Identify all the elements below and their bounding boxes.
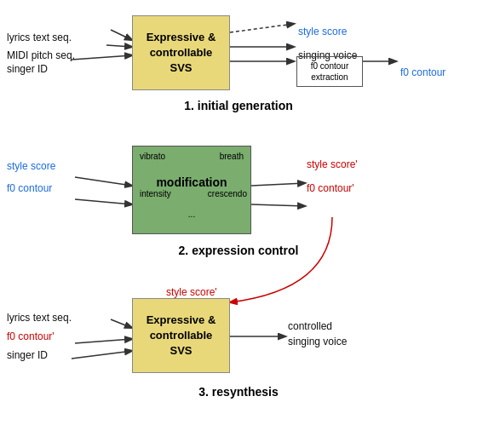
s1-title: 1. initial generation — [0, 99, 477, 112]
s3-input-lyrics: lyrics text seq. — [7, 310, 72, 325]
s2-tag-breath: breath — [220, 152, 244, 161]
s2-tag-intensity: intensity — [140, 189, 171, 198]
s2-tag-vibrato: vibrato — [140, 152, 165, 161]
s3-main-box: Expressive &controllableSVS — [132, 298, 230, 373]
s2-output-f0-contour-prime: f0 contour' — [307, 181, 354, 196]
section2: style score f0 contour vibrato breath in… — [0, 143, 477, 275]
section1: lyrics text seq. MIDI pitch seq. singer … — [0, 9, 477, 128]
s2-input-style-score: style score — [7, 158, 55, 174]
s2-title: 2. expression control — [0, 244, 477, 257]
s2-mod-box: vibrato breath intensity crescendo ... m… — [132, 146, 251, 234]
s1-output-f0-contour: f0 contour — [400, 65, 445, 80]
s3-output-controlled-voice: controlledsinging voice — [288, 319, 347, 349]
section3: style score' lyrics text seq. f0 contour… — [0, 283, 477, 436]
s3-title: 3. resynthesis — [0, 385, 477, 399]
diagram: lyrics text seq. MIDI pitch seq. singer … — [0, 0, 477, 448]
s1-extraction-box: f0 contour extraction — [296, 56, 363, 87]
s2-tag-ellipsis: ... — [188, 210, 195, 219]
s2-output-style-score-prime: style score' — [307, 157, 358, 172]
s1-output-style-score: style score — [298, 24, 347, 39]
s1-main-box: Expressive &controllableSVS — [132, 15, 230, 90]
s2-input-f0-contour: f0 contour — [7, 181, 52, 196]
s3-input-singer: singer ID — [7, 347, 48, 363]
s1-input-singer: singer ID — [7, 61, 48, 77]
s2-tag-crescendo: crescendo — [208, 189, 247, 198]
s3-input-f0-contour-prime: f0 contour' — [7, 329, 55, 344]
s1-input-lyrics: lyrics text seq. — [7, 30, 72, 45]
